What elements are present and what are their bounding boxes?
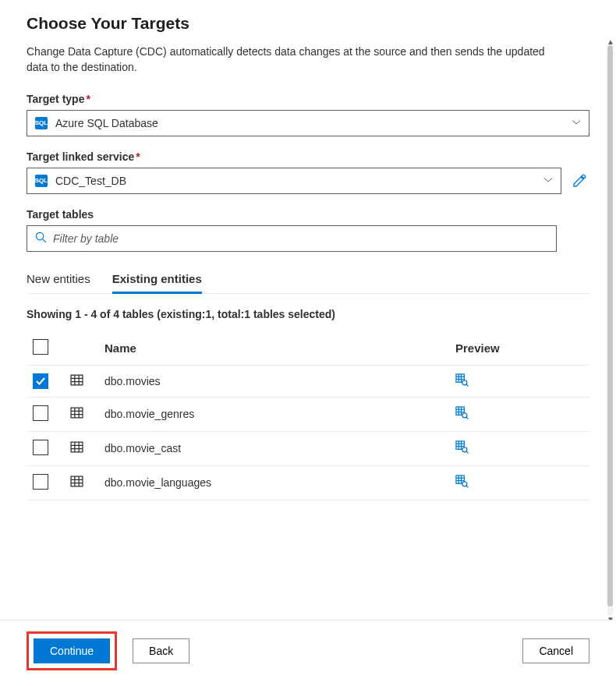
table-icon (70, 409, 83, 422)
table-row: dbo.movies (27, 365, 589, 397)
svg-point-48 (462, 482, 467, 486)
row-name: dbo.movie_cast (98, 431, 449, 465)
svg-line-49 (466, 486, 468, 487)
pencil-icon (572, 174, 586, 188)
svg-line-37 (466, 451, 468, 453)
page-description: Change Data Capture (CDC) automatically … (27, 44, 565, 76)
column-header-name[interactable]: Name (98, 331, 449, 366)
row-name: dbo.movie_languages (98, 465, 449, 500)
dialog-footer: Continue Back Cancel (0, 620, 616, 686)
svg-line-25 (466, 417, 468, 419)
svg-line-1 (43, 239, 46, 242)
tables-grid: Name Preview dbo.moviesdbo.movie_genresd… (27, 331, 589, 500)
table-row: dbo.movie_genres (27, 397, 589, 431)
preview-button[interactable] (455, 409, 469, 422)
table-icon (70, 478, 83, 490)
preview-button[interactable] (455, 444, 469, 456)
svg-rect-2 (71, 375, 83, 385)
target-type-select[interactable]: SQL Azure SQL Database (27, 110, 589, 136)
scrollbar-thumb[interactable] (607, 45, 613, 606)
linked-service-value: CDC_Test_DB (55, 175, 126, 187)
target-type-value: Azure SQL Database (55, 117, 158, 129)
svg-rect-26 (71, 442, 83, 452)
back-button[interactable]: Back (133, 638, 189, 663)
linked-service-label: Target linked service* (27, 150, 589, 163)
svg-rect-14 (71, 408, 83, 418)
table-summary: Showing 1 - 4 of 4 tables (existing:1, t… (27, 308, 589, 320)
svg-point-24 (462, 413, 467, 418)
svg-rect-38 (71, 476, 83, 486)
preview-button[interactable] (455, 377, 469, 389)
svg-point-12 (462, 380, 467, 384)
row-name: dbo.movie_genres (98, 397, 449, 431)
edit-linked-service-button[interactable] (569, 171, 589, 191)
continue-button[interactable]: Continue (34, 638, 110, 663)
preview-button[interactable] (455, 478, 469, 490)
tab-existing-entities[interactable]: Existing entities (112, 266, 202, 293)
page-title: Choose Your Targets (27, 14, 589, 33)
chevron-down-icon (572, 117, 581, 129)
row-checkbox[interactable] (33, 474, 48, 490)
entity-tabs: New entities Existing entities (27, 266, 589, 294)
svg-point-0 (36, 232, 43, 239)
svg-line-13 (466, 384, 468, 386)
chevron-down-icon (543, 175, 553, 187)
cancel-button[interactable]: Cancel (522, 638, 589, 663)
target-type-label: Target type* (27, 93, 589, 105)
row-checkbox[interactable] (33, 405, 48, 421)
column-header-preview[interactable]: Preview (449, 331, 589, 366)
table-icon (70, 444, 83, 456)
row-name: dbo.movies (98, 365, 449, 397)
highlight-outline: Continue (27, 631, 117, 670)
linked-service-select[interactable]: SQL CDC_Test_DB (27, 168, 561, 194)
row-checkbox[interactable] (33, 440, 48, 455)
row-checkbox[interactable] (33, 373, 48, 389)
search-icon (35, 232, 47, 246)
tab-new-entities[interactable]: New entities (27, 266, 90, 293)
sql-icon: SQL (35, 175, 48, 187)
select-all-checkbox[interactable] (33, 339, 48, 355)
table-row: dbo.movie_cast (27, 431, 589, 465)
table-icon (70, 377, 83, 389)
table-row: dbo.movie_languages (27, 465, 589, 500)
svg-point-36 (462, 447, 467, 452)
target-tables-label: Target tables (27, 208, 589, 221)
sql-icon: SQL (35, 117, 48, 129)
filter-input[interactable] (53, 232, 548, 245)
filter-box[interactable] (27, 225, 557, 252)
